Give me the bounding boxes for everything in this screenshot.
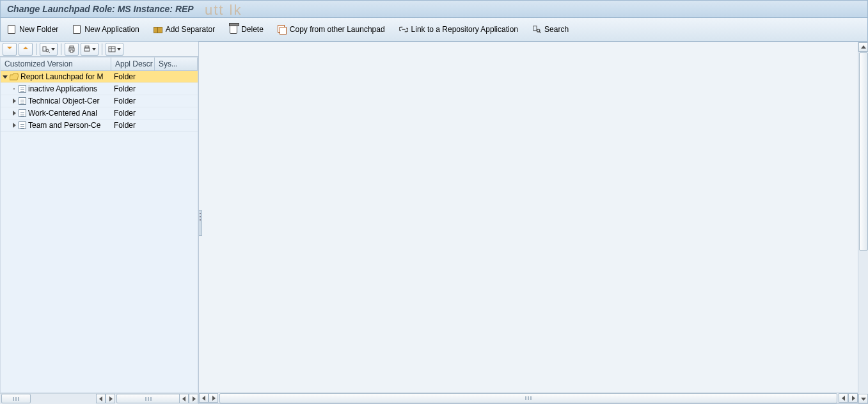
tree-header: Customized Version Appl Descr Sys... <box>1 58 198 71</box>
scroll-thumb[interactable] <box>1 394 31 403</box>
find-button[interactable] <box>40 43 58 56</box>
btn-label: Search <box>544 25 569 34</box>
scroll-right-button[interactable] <box>209 393 218 403</box>
svg-point-4 <box>46 49 49 52</box>
new-application-button[interactable]: New Application <box>72 25 139 34</box>
toolbar-separator <box>36 43 36 55</box>
tree-type: Folder <box>111 72 155 81</box>
scroll-left-button[interactable] <box>96 394 106 403</box>
btn-label: Delete <box>241 25 264 34</box>
btn-label: Add Separator <box>166 25 215 34</box>
page-title: Change Launchpad Role: MS Instance: REP <box>7 4 194 14</box>
tree-body: Report Launchpad for M Folder · inactive… <box>1 71 198 392</box>
svg-rect-9 <box>84 48 90 51</box>
delete-button[interactable]: Delete <box>229 25 264 34</box>
chevron-down-icon <box>51 48 55 50</box>
svg-rect-10 <box>85 46 89 48</box>
link-repository-button[interactable]: Link to a Repository Application <box>399 25 518 34</box>
toolbar-separator <box>102 43 102 55</box>
scroll-thumb[interactable] <box>116 394 180 403</box>
expand-all-button[interactable] <box>3 43 17 56</box>
svg-rect-0 <box>533 26 537 31</box>
copy-from-button[interactable]: Copy from other Launchpad <box>278 25 385 34</box>
btn-label: New Folder <box>19 25 58 34</box>
toolbar-separator <box>61 43 61 55</box>
tree-label: Team and Person-Ce <box>28 121 100 130</box>
col-header-sys[interactable]: Sys... <box>155 58 198 70</box>
folder-open-icon <box>10 73 19 81</box>
copy-icon <box>278 25 287 34</box>
trash-icon <box>229 25 238 34</box>
search-icon <box>532 25 541 34</box>
scroll-thumb[interactable] <box>219 393 837 403</box>
tree-label: Technical Object-Cer <box>28 97 99 105</box>
tree-type: Folder <box>111 121 155 130</box>
expand-icon[interactable] <box>10 98 19 104</box>
detail-panel <box>199 42 868 404</box>
tree-panel: Customized Version Appl Descr Sys... Rep… <box>0 42 199 404</box>
separator-icon <box>154 25 162 34</box>
svg-rect-11 <box>109 47 115 52</box>
document-icon <box>7 25 16 34</box>
leaf-icon: · <box>10 84 19 93</box>
link-icon <box>399 25 408 34</box>
tree-row[interactable]: Technical Object-Cer Folder <box>1 95 198 107</box>
tree-toolbar <box>0 42 198 57</box>
svg-rect-8 <box>70 50 73 52</box>
layout-button[interactable] <box>106 43 123 56</box>
tree-label: inactive Applications <box>28 84 97 93</box>
tree-row[interactable]: Work-Centered Anal Folder <box>1 107 198 120</box>
vertical-scrollbar <box>858 42 868 403</box>
chevron-down-icon <box>117 48 121 50</box>
expand-icon[interactable] <box>10 111 19 116</box>
btn-label: New Application <box>84 25 139 34</box>
btn-label: Copy from other Launchpad <box>290 25 385 34</box>
tree-row[interactable]: · inactive Applications Folder <box>1 83 198 95</box>
tree-table: Customized Version Appl Descr Sys... Rep… <box>0 57 198 393</box>
app-toolbar: New Folder New Application Add Separator… <box>0 18 868 42</box>
chevron-down-icon <box>92 48 96 50</box>
collapse-all-button[interactable] <box>19 43 33 56</box>
print-button[interactable] <box>65 43 79 56</box>
add-separator-button[interactable]: Add Separator <box>154 25 215 34</box>
search-button[interactable]: Search <box>532 25 569 34</box>
title-bar: Change Launchpad Role: MS Instance: REP <box>0 0 868 18</box>
svg-rect-7 <box>70 46 74 48</box>
tree-label: Work-Centered Anal <box>28 109 97 118</box>
sheet-icon <box>19 97 26 105</box>
tree-type: Folder <box>111 97 155 105</box>
tree-type: Folder <box>111 84 155 93</box>
svg-line-5 <box>49 52 50 53</box>
tree-hscroll <box>0 393 198 404</box>
col-header-version[interactable]: Customized Version <box>1 58 111 70</box>
sheet-icon <box>19 121 26 129</box>
scroll-right-button[interactable] <box>106 394 115 403</box>
scroll-right-button[interactable] <box>848 393 858 403</box>
split-handle[interactable] <box>199 210 202 236</box>
svg-line-2 <box>539 32 541 33</box>
scroll-left-button[interactable] <box>839 393 848 403</box>
scroll-thumb[interactable] <box>859 52 868 251</box>
tree-row-root[interactable]: Report Launchpad for M Folder <box>1 71 198 83</box>
document-icon <box>72 25 81 34</box>
scroll-down-button[interactable] <box>858 394 868 403</box>
col-header-appl-descr[interactable]: Appl Descr <box>111 58 155 70</box>
new-folder-button[interactable]: New Folder <box>7 25 58 34</box>
btn-label: Link to a Repository Application <box>411 25 518 34</box>
main-area: Customized Version Appl Descr Sys... Rep… <box>0 42 868 404</box>
scroll-left-button[interactable] <box>199 393 209 403</box>
svg-rect-3 <box>43 47 46 51</box>
collapse-icon[interactable] <box>1 74 10 79</box>
tree-type: Folder <box>111 109 155 118</box>
print-menu-button[interactable] <box>81 43 99 56</box>
svg-point-1 <box>537 29 539 32</box>
sheet-icon <box>19 109 26 117</box>
horizontal-scrollbar <box>199 392 858 403</box>
scroll-left-button[interactable] <box>179 394 189 403</box>
expand-icon[interactable] <box>10 123 19 128</box>
scroll-right-button[interactable] <box>189 394 198 403</box>
sheet-icon <box>19 85 26 93</box>
tree-row[interactable]: Team and Person-Ce Folder <box>1 120 198 132</box>
tree-label: Report Launchpad for M <box>20 72 103 81</box>
scroll-up-button[interactable] <box>858 42 868 52</box>
